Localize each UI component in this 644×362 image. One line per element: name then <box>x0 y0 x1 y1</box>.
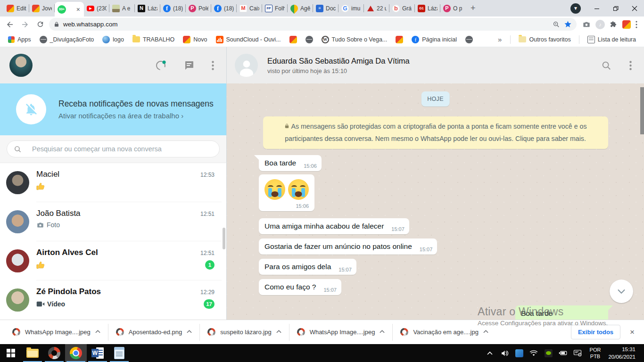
back-button[interactable] <box>4 18 16 31</box>
browser-tab[interactable]: bGrá <box>389 0 415 16</box>
camera-extension-icon[interactable] <box>582 21 591 28</box>
browser-tab[interactable]: 22 u <box>364 0 389 16</box>
incoming-message[interactable]: Para os amigos dela15:07 <box>259 259 356 275</box>
taskbar-photoscape[interactable] <box>43 344 65 362</box>
incoming-message[interactable]: Gostaria de fazer um anúncio no patos on… <box>259 239 437 255</box>
browser-tab[interactable]: Jove <box>29 0 55 16</box>
extensions-puzzle-icon[interactable] <box>610 20 618 28</box>
browser-tab[interactable]: ≡Doc <box>313 0 339 16</box>
other-favorites-button[interactable]: Outros favoritos <box>515 35 574 44</box>
bookmark-item[interactable] <box>462 34 476 45</box>
browser-tab[interactable]: Gimu <box>339 0 364 16</box>
sidebar-scrollbar[interactable] <box>222 163 226 320</box>
taskbar-notepad[interactable] <box>108 344 130 362</box>
browser-tab-whatsapp-active[interactable]: 99+× <box>55 2 84 16</box>
chevron-up-icon[interactable] <box>483 330 488 333</box>
status-icon[interactable] <box>155 60 166 71</box>
browser-tab[interactable]: Agê <box>288 0 313 16</box>
download-item[interactable]: WhatsApp Image....jpeg <box>5 324 108 341</box>
browser-tab[interactable]: NLáza <box>135 0 160 16</box>
show-all-downloads-button[interactable]: Exibir todos <box>571 325 620 339</box>
power-plug-icon[interactable] <box>557 344 570 362</box>
browser-tab[interactable]: FPFolh <box>262 0 288 16</box>
bookmark-item[interactable]: WTudo Sobre o Vega... <box>318 34 391 45</box>
nvidia-icon[interactable] <box>542 344 555 362</box>
sidebar-scrollbar-thumb[interactable] <box>223 228 225 249</box>
download-item[interactable]: Aposentado-ed.png <box>108 324 199 341</box>
browser-tab[interactable]: PO p <box>440 0 466 16</box>
wifi-icon[interactable] <box>528 344 540 362</box>
encryption-notice[interactable]: As mensagens são protegidas com a cripto… <box>263 116 608 149</box>
browser-tab[interactable]: PPolé <box>186 0 211 16</box>
volume-icon[interactable] <box>498 344 511 362</box>
my-profile-avatar[interactable] <box>9 54 33 77</box>
bookmark-item[interactable]: _DivulgaçãoFoto <box>36 34 98 45</box>
chevron-up-icon[interactable] <box>187 330 192 333</box>
downloads-bar-close-icon[interactable]: × <box>628 326 636 339</box>
taskbar-file-explorer[interactable] <box>22 344 43 362</box>
zoom-icon[interactable] <box>553 21 560 28</box>
new-chat-icon[interactable] <box>183 60 195 71</box>
browser-tab[interactable]: A e <box>109 0 135 16</box>
bookmark-item[interactable]: Novo <box>180 34 210 45</box>
browser-tab[interactable]: f(18) <box>211 0 237 16</box>
language-indicator[interactable]: PORPTB <box>586 346 605 360</box>
incoming-message[interactable]: Uma amiga minha acabou de falecer15:07 <box>259 218 409 234</box>
contact-default-avatar[interactable] <box>235 54 258 77</box>
tab-close-icon[interactable]: × <box>75 6 81 13</box>
chat-scrollbar-thumb[interactable] <box>640 87 644 134</box>
incoming-message[interactable]: Boa tarde15:06 <box>259 155 322 171</box>
address-bar[interactable]: web.whatsapp.com <box>49 18 577 31</box>
window-minimize-button[interactable] <box>587 0 606 16</box>
incoming-message[interactable]: Como eu faço ?15:07 <box>259 279 341 295</box>
tray-app-icon[interactable] <box>513 344 526 362</box>
bookmark-item[interactable] <box>286 34 300 45</box>
taskbar-word[interactable]: W <box>87 344 108 362</box>
hidden-icons-chevron[interactable] <box>484 344 496 362</box>
browser-tab[interactable]: MCaix <box>237 0 262 16</box>
chat-list-item-airton-alves[interactable]: Airton Alves Cel12:51 1 <box>0 241 222 280</box>
search-input[interactable]: Pesquisar ou começar uma nova conversa <box>7 140 220 157</box>
chat-list-item-maciel[interactable]: Maciel12:53 <box>0 163 222 202</box>
bookmarks-overflow-icon[interactable]: » <box>494 35 505 43</box>
notifications-banner[interactable]: Receba notificações de novas mensagens A… <box>0 83 226 135</box>
chevron-up-icon[interactable] <box>380 330 385 333</box>
bookmark-item[interactable]: logo <box>99 34 127 45</box>
taskbar-clock[interactable]: 15:3120/06/2021 <box>606 346 640 361</box>
bookmark-item[interactable] <box>302 34 316 45</box>
patos-extension-icon[interactable] <box>622 20 631 29</box>
chevron-up-icon[interactable] <box>95 330 100 333</box>
download-item[interactable]: WhatsApp Image....jpeg <box>289 324 393 341</box>
window-close-button[interactable] <box>625 0 644 16</box>
action-center-icon[interactable] <box>571 344 584 362</box>
chat-list-item-joao-batista[interactable]: João Batista12:51 Foto <box>0 202 222 241</box>
forward-button[interactable] <box>19 18 31 31</box>
browser-tab[interactable]: Edit <box>4 0 29 16</box>
browser-update-icon[interactable]: ▼ <box>570 3 581 14</box>
new-tab-button[interactable]: + <box>466 3 480 13</box>
browser-tab[interactable]: G1Láza <box>415 0 440 16</box>
bookmark-item[interactable] <box>392 34 406 45</box>
window-restore-button[interactable] <box>606 0 625 16</box>
bookmark-item[interactable]: fPágina inicial <box>408 34 460 45</box>
banner-subtitle[interactable]: Ativar notificações na área de trabalho … <box>58 112 214 120</box>
conversation-search-icon[interactable] <box>601 60 611 71</box>
conversation-menu-icon[interactable] <box>629 61 632 70</box>
bookmark-apps[interactable]: Apps <box>5 35 34 44</box>
taskbar-chrome-active[interactable] <box>65 344 87 362</box>
conversation-header[interactable]: Eduarda São Sebastião Amiga Da Vítima vi… <box>227 47 644 83</box>
bookmark-item[interactable]: SoundCloud - Ouvi... <box>213 34 284 45</box>
browser-tab[interactable]: f(18) <box>160 0 186 16</box>
download-item[interactable]: suspeito lázaro.jpg <box>199 324 289 341</box>
scroll-to-bottom-button[interactable] <box>610 280 633 303</box>
start-button[interactable] <box>0 344 22 362</box>
reload-button[interactable] <box>34 18 46 31</box>
browser-menu-icon[interactable] <box>636 21 637 28</box>
incoming-message-emoji[interactable]: 15:06 <box>259 174 314 211</box>
bookmark-folder[interactable]: TRABALHO <box>129 35 178 44</box>
chat-list-item-ze-pindola[interactable]: Zé Pindola Patos12:29 Vídeo17 <box>0 280 222 320</box>
reading-list-button[interactable]: Lista de leitura <box>584 34 639 45</box>
media-control-icon[interactable]: ♪ <box>595 20 605 29</box>
sidebar-menu-icon[interactable] <box>212 61 214 70</box>
bookmark-star-icon[interactable] <box>564 20 572 28</box>
